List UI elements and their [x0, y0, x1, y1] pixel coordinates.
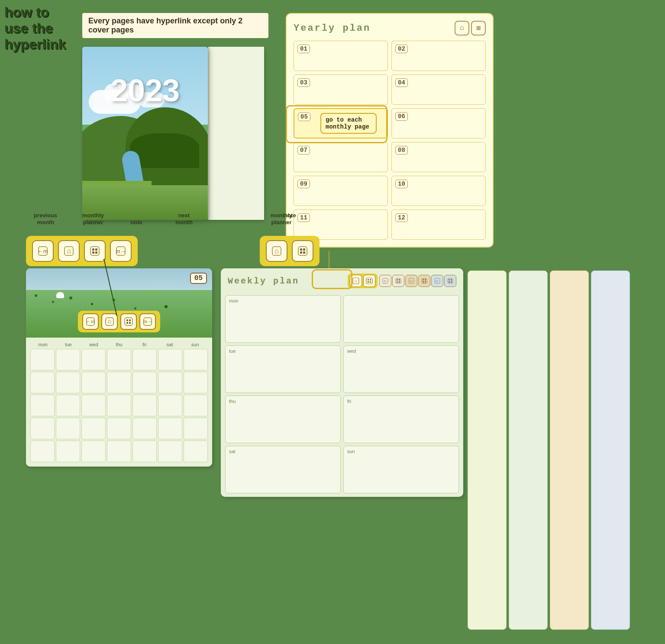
note-grid-button[interactable] [84, 240, 106, 262]
table-row [132, 395, 157, 416]
month-num-03: 03 [297, 78, 310, 87]
cal-day-tue: tue [56, 342, 81, 347]
svg-rect-17 [303, 251, 305, 254]
svg-text:▷: ▷ [410, 279, 413, 283]
month-cell-03[interactable]: 03 [294, 74, 388, 105]
prev-month-button[interactable]: ←m [32, 240, 54, 262]
weekly-extra-btn6[interactable] [444, 275, 456, 287]
svg-rect-39 [397, 279, 398, 280]
svg-rect-45 [422, 278, 427, 283]
table-row [184, 349, 208, 370]
cal-home-button[interactable]: ⌂ [101, 313, 118, 330]
month-num-06: 06 [395, 112, 408, 121]
title-line2: use the [4, 20, 53, 36]
cover-back [208, 47, 264, 220]
month-cell-12[interactable]: 12 [391, 209, 486, 240]
svg-text:⌂: ⌂ [67, 247, 71, 254]
weekly-home-button[interactable]: ⌂ [266, 240, 287, 262]
note-page-2 [509, 270, 548, 630]
yearly-plan-header: Yearly plan ⌂ ⊞ [294, 21, 486, 35]
yearly-grid-button[interactable]: ⊞ [471, 21, 486, 35]
svg-rect-25 [126, 322, 128, 324]
month-num-02: 02 [395, 45, 408, 53]
yearly-plan-title: Yearly plan [294, 23, 371, 34]
weekly-sun-label: sun [347, 449, 455, 454]
weekly-plan-section: Weekly plan ⌂ [221, 268, 463, 497]
weekly-extra-btn2[interactable] [392, 275, 404, 287]
month-num-08: 08 [395, 146, 408, 155]
weekly-note-button[interactable] [292, 240, 313, 262]
weekly-cell-thu: thu [225, 396, 341, 443]
next-month-button[interactable]: m→ [110, 240, 132, 262]
svg-text:⌂: ⌂ [274, 247, 279, 254]
svg-rect-24 [129, 319, 131, 321]
monthly-planner-label: monthly planner [74, 212, 113, 225]
prev-month-label-group: previous month [26, 212, 65, 225]
month-cell-08[interactable]: 08 [391, 142, 486, 172]
note-page-1 [468, 270, 507, 630]
weekly-wed-label: wed [347, 348, 455, 354]
yearly-plan-icons: ⌂ ⊞ [455, 21, 486, 35]
cal-day-thu: thu [107, 342, 132, 347]
cover-label: Every pages have hyperlink except only 2… [82, 13, 268, 38]
svg-text:←m: ←m [86, 319, 95, 324]
month-num-04: 04 [395, 78, 408, 87]
table-row [56, 372, 80, 393]
nav-buttons-row-1: ←m ⌂ m→ [26, 236, 138, 266]
table-row [81, 349, 106, 370]
svg-rect-47 [425, 279, 426, 280]
table-row [184, 372, 208, 393]
month-cell-04[interactable]: 04 [391, 74, 486, 105]
month-num-10: 10 [395, 180, 408, 188]
weekly-extra-btn1[interactable]: ▷ [379, 275, 391, 287]
table-row [56, 349, 80, 370]
month-cell-06[interactable]: 06 [391, 108, 486, 138]
cal-note-button[interactable] [120, 313, 137, 330]
cover-back-inner [208, 47, 264, 220]
title-line3: hyperlink [4, 36, 66, 52]
weekly-cell-tue: tue [225, 345, 341, 393]
month-cell-01[interactable]: 01 [294, 41, 388, 71]
weekly-extra-btn3[interactable]: ▷ [405, 275, 417, 287]
cover-front: 2023 [82, 47, 208, 220]
svg-rect-22 [125, 318, 132, 325]
svg-rect-41 [397, 281, 398, 283]
month-cell-11[interactable]: 11 [294, 209, 388, 240]
calendar-days-header: mon tue wed thu fri sat sun [30, 342, 208, 347]
table-row [81, 441, 106, 462]
svg-rect-6 [95, 248, 97, 251]
svg-rect-26 [129, 322, 131, 324]
weekly-tue-label: tue [229, 348, 337, 354]
cover-year: 2023 [110, 73, 180, 108]
table-row [56, 441, 80, 462]
weekly-extra-btn5[interactable]: ▷ [431, 275, 443, 287]
monthly-planner-home-button[interactable]: ⌂ [58, 240, 80, 262]
month-cell-09[interactable]: 09 [294, 176, 388, 206]
note-pages-section [468, 270, 630, 630]
yearly-home-button[interactable]: ⌂ [455, 21, 469, 35]
month-cell-10[interactable]: 10 [391, 176, 486, 206]
svg-rect-5 [92, 248, 94, 251]
svg-rect-8 [95, 251, 97, 254]
calendar-month-num: 05 [190, 273, 207, 284]
weekly-plan-title: Weekly plan [228, 276, 299, 286]
table-row [81, 395, 106, 416]
month-cell-07[interactable]: 07 [294, 142, 388, 172]
svg-rect-46 [423, 279, 424, 280]
note-label: note [121, 219, 152, 226]
table-row [132, 441, 157, 462]
note-page-3 [550, 270, 589, 630]
title-section: how to use the hyperlink [4, 4, 78, 52]
weekly-nav-note1[interactable] [363, 275, 375, 287]
weekly-extra-btn4[interactable] [418, 275, 430, 287]
table-row [30, 395, 55, 416]
table-row [184, 395, 208, 416]
month-cell-02[interactable]: 02 [391, 41, 486, 71]
table-row [158, 372, 182, 393]
cal-next-button[interactable]: m→ [139, 313, 156, 330]
weekly-cell-sun: sun [343, 446, 459, 493]
cal-prev-button[interactable]: ←m [82, 313, 99, 330]
svg-rect-35 [370, 281, 371, 283]
calendar-header-image: 05 ←m ⌂ [26, 268, 212, 338]
nav-labels-row: previous month monthly planner note next… [26, 212, 165, 225]
